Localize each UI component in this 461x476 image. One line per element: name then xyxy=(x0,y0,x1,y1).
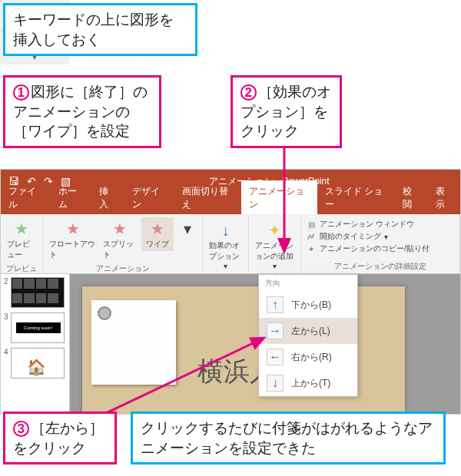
powerpoint-window: 🖫 ↶ ↷ ▧ アニメーション - PowerPoint ファイル ホーム 挿入… xyxy=(0,169,461,415)
house-icon: 🏠 xyxy=(27,358,46,376)
star-icon: ★ xyxy=(148,219,167,239)
arrow-down-icon: ↓ xyxy=(267,375,284,392)
anim-split[interactable]: ★スプリット xyxy=(101,217,138,262)
gallery-more-button[interactable]: ▾ xyxy=(177,217,197,240)
callout-step-3: 3［左から］をクリック xyxy=(3,412,117,464)
anim-wipe-label: ワイプ xyxy=(146,239,169,250)
step-text-1: 図形に［終了］のアニメーションの［ワイプ］を設定 xyxy=(13,84,148,139)
thumb-number: 4 xyxy=(4,348,8,356)
star-icon: ★ xyxy=(63,219,83,239)
tab-animations[interactable]: アニメーション xyxy=(241,180,317,214)
ribbon-group-preview: ★ プレビュー プレビュー xyxy=(1,214,43,273)
chevron-down-icon: ▾ xyxy=(177,219,197,239)
caret-icon: ▾ xyxy=(384,233,388,241)
arrow-up-icon: ↑ xyxy=(267,296,284,313)
direction-from-left[interactable]: →左から(L) xyxy=(259,318,357,344)
direction-from-left-label: 左から(L) xyxy=(291,325,330,338)
direction-from-bottom-label: 下から(B) xyxy=(291,299,331,312)
anim-split-label: スプリット xyxy=(103,239,137,260)
thumb-preview xyxy=(11,277,65,308)
thumb-number: 3 xyxy=(4,312,8,321)
animation-pane-button[interactable]: ▤アニメーション ウィンドウ xyxy=(306,219,455,230)
editor-body: 2 3 Coming soon! 4 🏠 横浜人気駅弁 xyxy=(1,274,460,414)
step-number-2: 2 xyxy=(240,84,257,101)
caret-icon: ▾ xyxy=(224,262,227,270)
callout-step-2: 2［効果のオプション］をクリック xyxy=(230,75,342,148)
callout-step-1: 1図形に［終了］のアニメーションの［ワイプ］を設定 xyxy=(3,75,161,148)
ribbon-effect-options: ↓ 効果のオプション ▾ xyxy=(203,214,249,273)
thumb-slide-3[interactable]: 3 Coming soon! xyxy=(4,312,66,343)
tab-home[interactable]: ホーム xyxy=(51,180,92,214)
caret-icon: ▾ xyxy=(273,262,277,270)
ribbon-group-animation-gallery: ★フロートアウト ★スプリット ★ワイプ ▾ アニメーション xyxy=(43,214,203,273)
tab-view[interactable]: 表示 xyxy=(428,180,460,214)
callout-result: クリックするたびに付箋がはがれるようなアニメーションを設定できた xyxy=(131,412,446,464)
anim-floatout[interactable]: ★フロートアウト xyxy=(48,217,98,262)
effect-options-dropdown: 方向 ↑下から(B) →左から(L) ←右から(R) ↓上から(T) xyxy=(258,274,358,397)
animation-painter-button[interactable]: ✦アニメーションのコピー/貼り付 xyxy=(306,243,455,254)
ribbon-group-advanced: ▤アニメーション ウィンドウ 🗲開始のタイミング ▾ ✦アニメーションのコピー/… xyxy=(301,214,460,273)
star-icon: ★ xyxy=(110,219,130,239)
direction-from-right-label: 右から(R) xyxy=(291,351,332,364)
trigger-button[interactable]: 🗲開始のタイミング ▾ xyxy=(306,231,455,242)
thumb-slide-3-text: Coming soon! xyxy=(16,322,61,333)
thumb-slide-4[interactable]: 4 🏠 xyxy=(4,348,66,378)
trigger-label: 開始のタイミング xyxy=(320,231,381,242)
direction-from-top-label: 上から(T) xyxy=(291,377,330,390)
anim-floatout-label: フロートアウト xyxy=(49,239,97,260)
ribbon: ★ プレビュー プレビュー ★フロートアウト ★スプリット ★ワイプ ▾ アニメ… xyxy=(1,214,460,274)
direction-from-right[interactable]: ←右から(R) xyxy=(259,344,357,370)
tab-design[interactable]: デザイン xyxy=(124,180,174,214)
animation-painter-label: アニメーションのコピー/貼り付 xyxy=(320,243,429,254)
tab-insert[interactable]: 挿入 xyxy=(91,180,124,214)
add-animation-label: アニメーションの追加 xyxy=(255,240,294,262)
callout-instruction-top: キーワードの上に図形を挿入しておく xyxy=(3,3,197,56)
ribbon-group-advanced-label: アニメーションの詳細設定 xyxy=(306,259,455,272)
animation-pane-label: アニメーション ウィンドウ xyxy=(320,219,414,230)
thumb-preview: 🏠 xyxy=(11,348,65,378)
anim-wipe[interactable]: ★ワイプ xyxy=(141,217,174,251)
trigger-icon: 🗲 xyxy=(306,233,317,241)
ribbon-add-animation: ✦ アニメーションの追加 ▾ xyxy=(249,214,301,273)
effect-options-button[interactable]: ↓ 効果のオプション ▾ xyxy=(207,219,244,272)
tab-review[interactable]: 校閲 xyxy=(395,180,427,214)
tab-file[interactable]: ファイル xyxy=(1,180,51,214)
tab-transitions[interactable]: 画面切り替え xyxy=(174,180,241,214)
direction-from-bottom[interactable]: ↑下から(B) xyxy=(259,292,357,318)
thumb-preview: Coming soon! xyxy=(11,312,65,343)
star-icon: ★ xyxy=(12,219,32,239)
star-plus-icon: ✦ xyxy=(265,220,285,240)
dropdown-header: 方向 xyxy=(259,275,357,292)
pane-icon: ▤ xyxy=(306,220,317,229)
arrow-right-icon: → xyxy=(267,322,284,339)
preview-button-label: プレビュー xyxy=(7,239,36,260)
slide-thumbnails: 2 3 Coming soon! 4 🏠 xyxy=(1,274,70,414)
tab-slideshow[interactable]: スライド ショー xyxy=(317,180,396,214)
step-number-1: 1 xyxy=(13,84,29,101)
thumb-number: 2 xyxy=(4,277,8,286)
preview-button[interactable]: ★ プレビュー xyxy=(5,217,38,262)
thumb-slide-2[interactable]: 2 xyxy=(4,277,66,308)
painter-icon: ✦ xyxy=(306,245,317,253)
arrow-left-icon: ← xyxy=(267,349,284,365)
ribbon-group-animation-label: アニメーション xyxy=(48,262,197,274)
effect-options-button-label: 効果のオプション xyxy=(209,240,242,262)
add-animation-button[interactable]: ✦ アニメーションの追加 ▾ xyxy=(254,219,296,272)
sticky-note-shape[interactable] xyxy=(91,300,176,385)
ribbon-tabs: ファイル ホーム 挿入 デザイン 画面切り替え アニメーション スライド ショー… xyxy=(1,193,460,214)
step-number-3: 3 xyxy=(13,421,29,437)
arrow-down-icon: ↓ xyxy=(216,220,236,240)
direction-from-top[interactable]: ↓上から(T) xyxy=(259,370,357,396)
